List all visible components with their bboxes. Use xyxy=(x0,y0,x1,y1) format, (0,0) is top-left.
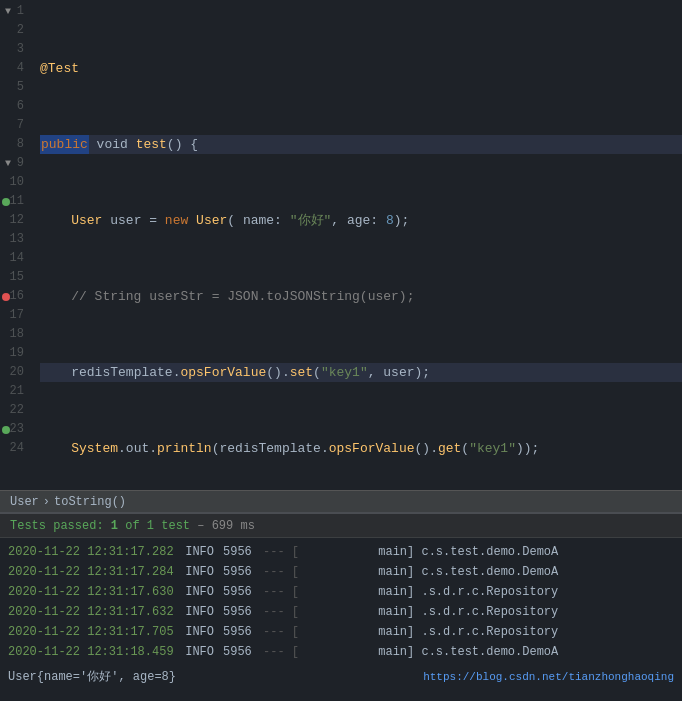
code-editor[interactable]: ▼ 1 2 3 4 5 6 7 8 ▼ 9 10 11 xyxy=(0,0,682,490)
breadcrumb: User › toString() xyxy=(10,495,126,509)
program-output: User{name='你好', age=8} xyxy=(8,668,176,685)
breadcrumb-bar: User › toString() xyxy=(0,490,682,512)
code-line: // String userStr = JSON.toJSONString(us… xyxy=(40,287,682,306)
log-line: 2020-11-22 12:31:17.705 INFO 5956 --- [ … xyxy=(0,622,682,642)
blog-url: https://blog.csdn.net/tianzhonghaoqing xyxy=(423,671,674,683)
code-content[interactable]: @Test public void test () { User user = … xyxy=(40,0,682,490)
console-log-area: 2020-11-22 12:31:17.282 INFO 5956 --- [ … xyxy=(0,538,682,666)
log-line: 2020-11-22 12:31:17.284 INFO 5956 --- [ … xyxy=(0,562,682,582)
log-line: 2020-11-22 12:31:17.632 INFO 5956 --- [ … xyxy=(0,602,682,622)
breadcrumb-sep: › xyxy=(43,495,50,509)
code-line: User user = new User ( name: "你好" , age:… xyxy=(40,211,682,230)
log-line: 2020-11-22 12:31:17.282 INFO 5956 --- [ … xyxy=(0,542,682,562)
line-numbers: ▼ 1 2 3 4 5 6 7 8 ▼ 9 10 11 xyxy=(0,0,40,490)
code-line: redisTemplate . opsForValue (). set ( "k… xyxy=(40,363,682,382)
fold-icon[interactable]: ▼ xyxy=(2,6,14,18)
console-footer: User{name='你好', age=8} https://blog.csdn… xyxy=(0,666,682,687)
editor-container: ▼ 1 2 3 4 5 6 7 8 ▼ 9 10 11 xyxy=(0,0,682,701)
breadcrumb-class: User xyxy=(10,495,39,509)
console-header: Tests passed: 1 of 1 test – 699 ms xyxy=(0,514,682,538)
fold-arrow-class[interactable]: ▼ xyxy=(2,158,14,170)
test-pass-label: Tests passed: 1 of 1 test – 699 ms xyxy=(10,519,255,533)
console-panel: Tests passed: 1 of 1 test – 699 ms 2020-… xyxy=(0,512,682,701)
code-line: public void test () { xyxy=(40,135,682,154)
log-line: 2020-11-22 12:31:17.630 INFO 5956 --- [ … xyxy=(0,582,682,602)
code-line: System . out . println (redisTemplate. o… xyxy=(40,439,682,458)
log-line: 2020-11-22 12:31:18.459 INFO 5956 --- [ … xyxy=(0,642,682,662)
breadcrumb-method: toString() xyxy=(54,495,126,509)
code-line: @Test xyxy=(40,59,682,78)
